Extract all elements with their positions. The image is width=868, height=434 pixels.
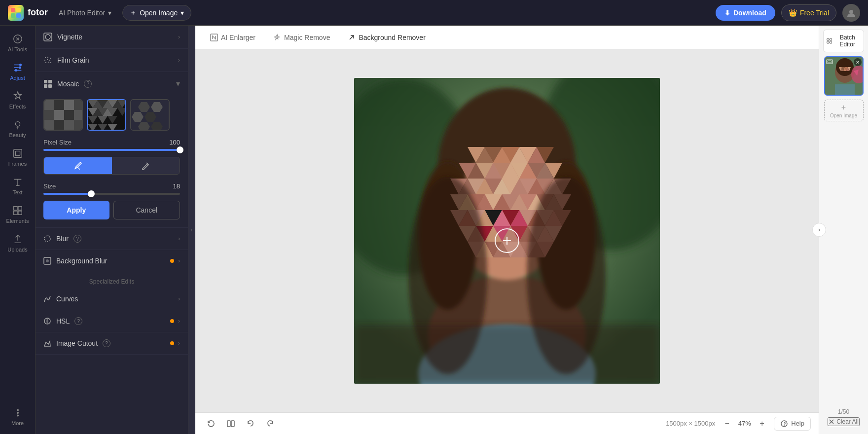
- mosaic-header[interactable]: Mosaic ? ▾: [36, 72, 188, 95]
- canvas-area: AI Enlarger Magic Remove Background Remo…: [195, 26, 819, 434]
- svg-rect-12: [13, 207, 17, 210]
- pixel-size-value: 100: [169, 139, 180, 146]
- collapse-icon: ‹: [191, 227, 192, 233]
- svg-point-4: [849, 10, 853, 14]
- sidebar-label-adjust: Adjust: [10, 75, 25, 81]
- panel-item-blur[interactable]: Blur ? ›: [36, 228, 188, 250]
- svg-point-7: [19, 67, 21, 69]
- svg-rect-10: [13, 149, 22, 158]
- pixel-size-track[interactable]: [43, 149, 180, 151]
- blur-label: Blur: [56, 235, 69, 243]
- size-track[interactable]: [43, 193, 180, 195]
- sidebar-item-text[interactable]: Text: [4, 173, 32, 199]
- zoom-in-button[interactable]: +: [756, 418, 768, 430]
- free-trial-label: Free Trial: [800, 9, 829, 17]
- panel-item-hsl[interactable]: HSL ? ›: [36, 310, 188, 332]
- svg-rect-42: [74, 110, 83, 120]
- sidebar-item-uploads[interactable]: Uploads: [4, 230, 32, 256]
- svg-rect-40: [54, 110, 64, 120]
- eraser-tool-button[interactable]: [112, 157, 180, 174]
- svg-rect-180: [830, 41, 832, 43]
- vignette-label: Vignette: [57, 33, 82, 41]
- panel-item-background-blur[interactable]: Background Blur ›: [36, 250, 188, 272]
- svg-rect-195: [828, 61, 832, 63]
- avatar[interactable]: [842, 4, 860, 22]
- apply-button[interactable]: Apply: [43, 201, 109, 219]
- svg-rect-175: [231, 421, 234, 427]
- svg-rect-174: [227, 421, 230, 427]
- svg-rect-31: [48, 80, 52, 83]
- tab-ai-enlarger[interactable]: AI Enlarger: [203, 30, 262, 45]
- svg-point-23: [50, 58, 51, 59]
- image-canvas[interactable]: [354, 78, 660, 384]
- mosaic-collapse-icon[interactable]: ▾: [176, 79, 180, 88]
- specialized-edits-label: Specialized Edits: [36, 272, 188, 288]
- svg-point-29: [50, 62, 51, 63]
- svg-rect-11: [15, 151, 20, 155]
- download-label: Download: [733, 9, 766, 17]
- undo-button[interactable]: [243, 416, 258, 432]
- thumbnail-layers-icon: [826, 58, 833, 67]
- download-button[interactable]: ⬇ Download: [716, 5, 775, 21]
- compare-button[interactable]: [223, 416, 239, 432]
- redo-button[interactable]: [262, 416, 278, 432]
- tab-magic-remove-label: Magic Remove: [284, 34, 330, 41]
- svg-point-25: [47, 59, 48, 60]
- panel-item-image-cutout[interactable]: Image Cutout ? ›: [36, 332, 188, 355]
- ai-editor-label: AI Photo Editor: [59, 9, 105, 17]
- panel-item-curves[interactable]: Curves ›: [36, 288, 188, 310]
- chevron-right-icon: ›: [178, 235, 180, 242]
- logo: fotor: [8, 5, 48, 21]
- ai-editor-button[interactable]: AI Photo Editor ▾: [54, 6, 116, 20]
- svg-point-16: [17, 409, 18, 411]
- add-image-button[interactable]: + Open Image: [824, 100, 864, 121]
- panel-item-film-grain[interactable]: Film Grain ›: [36, 49, 188, 72]
- film-grain-label: Film Grain: [57, 56, 89, 64]
- svg-rect-0: [11, 8, 15, 12]
- sidebar-item-ai-tools[interactable]: AI Tools: [4, 30, 32, 56]
- right-panel-expand-button[interactable]: ›: [812, 223, 826, 237]
- mosaic-section: Mosaic ? ▾: [36, 72, 188, 228]
- zoom-out-button[interactable]: −: [721, 418, 733, 430]
- thumbnail-image[interactable]: ✕: [824, 56, 864, 96]
- cancel-button[interactable]: Cancel: [113, 201, 181, 219]
- svg-point-28: [48, 62, 49, 63]
- sidebar-item-beauty[interactable]: Beauty: [4, 115, 32, 142]
- help-button[interactable]: Help: [774, 417, 811, 431]
- batch-editor-label: Batch Editor: [834, 34, 861, 48]
- curves-label: Curves: [56, 295, 78, 303]
- batch-editor-button[interactable]: Batch Editor: [823, 30, 864, 52]
- sidebar-item-more[interactable]: More: [4, 403, 32, 430]
- pattern-swatch-triangles[interactable]: [87, 99, 126, 131]
- sidebar-label-beauty: Beauty: [9, 132, 26, 138]
- thumbnail-delete-button[interactable]: ✕: [854, 58, 862, 66]
- tab-magic-remove[interactable]: Magic Remove: [266, 30, 337, 45]
- pattern-swatch-hexagons[interactable]: [130, 99, 170, 131]
- tab-background-remover[interactable]: Background Remover: [341, 30, 432, 45]
- svg-point-75: [44, 236, 50, 242]
- clear-all-button[interactable]: Clear All: [828, 417, 860, 426]
- svg-rect-13: [18, 207, 21, 210]
- chevron-right-icon: ›: [178, 257, 180, 264]
- pattern-swatch-pixels[interactable]: [43, 99, 83, 131]
- brush-tool-button[interactable]: [44, 157, 112, 174]
- history-button[interactable]: [203, 416, 219, 432]
- tab-background-remover-label: Background Remover: [359, 34, 425, 41]
- open-image-button[interactable]: ＋ Open Image ▾: [122, 5, 191, 21]
- sidebar-item-adjust[interactable]: Adjust: [4, 58, 32, 85]
- panel-item-vignette[interactable]: Vignette ›: [36, 26, 188, 49]
- chevron-right-icon: ›: [178, 57, 180, 64]
- image-cutout-info-icon[interactable]: ?: [103, 339, 110, 347]
- sidebar-item-frames[interactable]: Frames: [4, 144, 32, 171]
- svg-rect-46: [74, 120, 83, 130]
- blur-info-icon[interactable]: ?: [73, 235, 81, 243]
- free-trial-button[interactable]: 👑 Free Trial: [781, 4, 836, 21]
- sidebar-item-effects[interactable]: Effects: [4, 87, 32, 113]
- collapse-handle[interactable]: ‹: [188, 26, 195, 434]
- sidebar-item-elements[interactable]: Elements: [4, 201, 32, 228]
- clear-all-label: Clear All: [836, 418, 859, 425]
- mosaic-info-icon[interactable]: ?: [84, 80, 92, 88]
- svg-point-9: [15, 122, 20, 126]
- chevron-right-icon: ›: [178, 340, 180, 347]
- hsl-info-icon[interactable]: ?: [74, 317, 82, 325]
